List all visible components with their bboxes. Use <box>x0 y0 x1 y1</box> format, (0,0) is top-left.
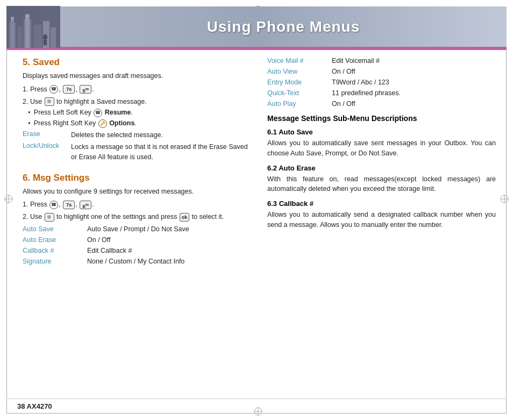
subsection-6-1-heading: 6.1 Auto Save <box>267 128 496 136</box>
def-term-lockunlock: Lock/Unlock <box>23 142 71 150</box>
soft-key-icon-1: ☎ <box>94 109 102 117</box>
step2-s6-suffix: to highlight one of the settings and pre… <box>56 213 179 220</box>
setting-signature: Signature None / Custom / My Contact Inf… <box>23 258 251 265</box>
page-title: Using Phone Menus <box>60 18 507 35</box>
def-lockunlock: Lock/Unlock Locks a message so that it i… <box>23 142 251 161</box>
setting-desc-autosave: Auto Save / Prompt / Do Not Save <box>87 225 189 233</box>
subsection-6-2-para: With this feature on, read messages(exce… <box>267 174 496 195</box>
settings-list-6: Auto Save Auto Save / Prompt / Do Not Sa… <box>23 225 251 265</box>
key-5m: 5m <box>80 85 91 94</box>
bullet-resume-text: Press Left Soft Key ☎ Resume. <box>34 109 133 117</box>
step2-label: 2. Use <box>23 98 44 105</box>
subsection-6-1: 6.1 Auto Save Allows you to automaticall… <box>267 128 496 159</box>
nav-icon-2: ⊟ <box>45 213 54 222</box>
section-5-heading: 5. Saved <box>23 57 251 68</box>
def-term-erase: Erase <box>23 130 71 140</box>
setting-term-autoview: Auto View <box>267 68 332 75</box>
subsection-6-3: 6.3 Callback # Allows you to automatical… <box>267 200 496 230</box>
setting-autoerase: Auto Erase On / Off <box>23 236 251 244</box>
setting-term-autoplay: Auto Play <box>267 100 332 108</box>
key-6m: 6m <box>80 201 91 209</box>
setting-desc-autoplay: On / Off <box>332 100 355 108</box>
ok-icon: ok <box>180 213 189 222</box>
bullet-item-resume: ● Press Left Soft Key ☎ Resume. <box>28 109 251 117</box>
def-desc-lockunlock: Locks a message so that it is not erased… <box>71 142 251 161</box>
resume-bold: Resume <box>105 109 131 117</box>
page-header: Using Phone Menus <box>6 6 507 48</box>
step1-s6-label: 1. Press <box>23 201 49 208</box>
setting-desc-signature: None / Custom / My Contact Info <box>87 258 184 265</box>
main-content: 5. Saved Displays saved messages and dra… <box>6 48 507 398</box>
section-6-step1: 1. Press ☎, 7s, 6m. <box>23 200 251 210</box>
left-column: 5. Saved Displays saved messages and dra… <box>23 57 251 393</box>
section-5-step2: 2. Use ⊟ to highlight a Saved message. <box>23 97 251 107</box>
svg-rect-29 <box>6 6 60 48</box>
setting-autoview: Auto View On / Off <box>267 68 496 75</box>
setting-desc-voicemail: Edit Voicemail # <box>332 57 380 65</box>
section-6-intro: Allows you to configure 9 settings for r… <box>23 187 251 197</box>
subsection-6-2-heading: 6.2 Auto Erase <box>267 164 496 172</box>
step2-s6-suffix2: to select it. <box>192 213 224 220</box>
right-column: Voice Mail # Edit Voicemail # Auto View … <box>267 57 496 393</box>
msg-settings-list: Voice Mail # Edit Voicemail # Auto View … <box>267 57 496 108</box>
header-image <box>6 6 60 48</box>
def-erase: Erase Deletes the selected message. <box>23 130 251 140</box>
bullet-dot-1: ● <box>28 110 31 115</box>
section-6: 6. Msg Settings Allows you to configure … <box>23 173 251 265</box>
step1-label: 1. Press <box>23 86 49 93</box>
setting-desc-autoerase: On / Off <box>87 236 111 244</box>
phone-icon-1: ☎ <box>49 85 58 94</box>
bullet-item-options: ● Press Right Soft Key 🔑 Options. <box>28 119 251 128</box>
page-number: 38 AX4270 <box>17 402 52 410</box>
setting-callback: Callback # Edit Callback # <box>23 247 251 254</box>
subsection-6-1-para: Allows you to automatically save sent me… <box>267 138 496 159</box>
phone-icon-2: ☎ <box>49 201 58 209</box>
setting-term-callback: Callback # <box>23 247 87 254</box>
section-6-heading: 6. Msg Settings <box>23 173 251 183</box>
setting-term-quicktext: Quick-Text <box>267 89 332 97</box>
section-6-step2: 2. Use ⊟ to highlight one of the setting… <box>23 212 251 222</box>
setting-quicktext: Quick-Text 11 predefined phrases. <box>267 89 496 97</box>
setting-desc-entrymode: T9Word / Abc / 123 <box>332 79 389 86</box>
setting-term-autoerase: Auto Erase <box>23 236 87 244</box>
soft-key-icon-2: 🔑 <box>98 119 107 128</box>
subsection-6-3-para: Allows you to automatically send a desig… <box>267 210 496 230</box>
page-footer: 38 AX4270 <box>6 398 507 414</box>
step2-suffix: to highlight a Saved message. <box>56 98 146 105</box>
setting-desc-callback: Edit Callback # <box>87 247 132 254</box>
key-7s-2: 7s <box>63 201 75 209</box>
subsection-6-2: 6.2 Auto Erase With this feature on, rea… <box>267 164 496 195</box>
setting-desc-quicktext: 11 predefined phrases. <box>332 89 401 97</box>
setting-entrymode: Entry Mode T9Word / Abc / 123 <box>267 79 496 86</box>
setting-term-signature: Signature <box>23 258 87 265</box>
key-7s: 7s <box>63 85 75 94</box>
setting-autoplay: Auto Play On / Off <box>267 100 496 108</box>
subsection-6-3-heading: 6.3 Callback # <box>267 200 496 208</box>
setting-voicemail: Voice Mail # Edit Voicemail # <box>267 57 496 65</box>
setting-autosave: Auto Save Auto Save / Prompt / Do Not Sa… <box>23 225 251 233</box>
setting-term-autosave: Auto Save <box>23 225 87 233</box>
section-5-intro: Displays saved messages and draft messag… <box>23 71 251 81</box>
submenu-heading: Message Settings Sub-Menu Descriptions <box>267 114 496 123</box>
setting-term-entrymode: Entry Mode <box>267 79 332 86</box>
bullet-dot-2: ● <box>28 120 31 125</box>
header-decoration <box>6 6 60 48</box>
bullet-options-text: Press Right Soft Key 🔑 Options. <box>34 119 137 128</box>
nav-icon-1: ⊟ <box>45 97 54 106</box>
section-5-step1: 1. Press ☎, 7s, 5m. <box>23 84 251 95</box>
bullet-list-5: ● Press Left Soft Key ☎ Resume. ● Press … <box>28 109 251 128</box>
setting-desc-autoview: On / Off <box>332 68 355 75</box>
section-5: 5. Saved Displays saved messages and dra… <box>23 57 251 162</box>
setting-term-voicemail: Voice Mail # <box>267 57 332 65</box>
step2-s6-label: 2. Use <box>23 213 44 220</box>
def-desc-erase: Deletes the selected message. <box>71 130 251 140</box>
options-bold: Options <box>109 120 134 127</box>
